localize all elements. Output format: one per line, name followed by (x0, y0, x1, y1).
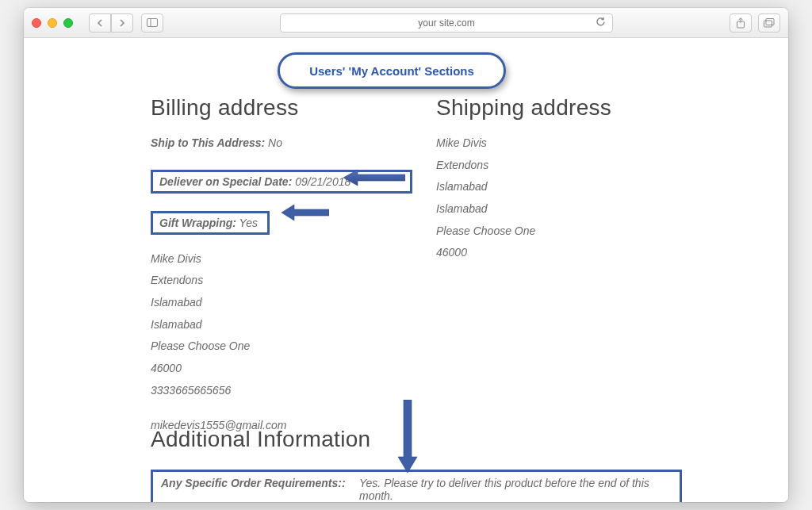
address-url: your site.com (418, 17, 474, 29)
page-content: Users' 'My Account' Sections Billing add… (24, 38, 788, 502)
ship-to-value: No (268, 136, 282, 149)
billing-line: 46000 (151, 360, 412, 378)
order-requirements-box: Any Specific Order Requirements:: Yes. P… (151, 470, 682, 502)
order-requirements-value: Yes. Please try to deliver this product … (359, 477, 672, 502)
billing-line: Islamabad (151, 294, 412, 312)
ship-to-label: Ship to This Address: (151, 136, 265, 149)
billing-heading: Billing address (151, 95, 412, 121)
billing-line: Please Choose One (151, 338, 412, 355)
billing-line: Mike Divis (151, 251, 412, 268)
additional-info-section: Additional Information Any Specific Orde… (151, 427, 756, 502)
browser-window: your site.com + Users' 'My Account' Sect… (24, 8, 788, 502)
browser-titlebar: your site.com (24, 8, 788, 38)
deliver-date-value: 09/21/2018 (295, 175, 350, 188)
ship-to-row: Ship to This Address: No (151, 135, 412, 152)
shipping-line: Please Choose One (436, 223, 756, 240)
nav-buttons (89, 13, 133, 33)
shipping-line: Extendons (436, 157, 756, 174)
gift-wrapping-value: Yes (239, 217, 258, 229)
shipping-line: 46000 (436, 244, 756, 262)
close-window-button[interactable] (32, 18, 41, 28)
forward-button[interactable] (111, 13, 133, 33)
reload-icon[interactable] (596, 17, 606, 29)
order-requirements-label: Any Specific Order Requirements:: (161, 477, 359, 502)
shipping-line: Mike Divis (436, 135, 756, 152)
maximize-window-button[interactable] (63, 18, 73, 28)
gift-wrapping-box: Gift Wrapping: Yes (151, 211, 270, 235)
svg-rect-3 (764, 21, 772, 27)
gift-wrapping-label: Gift Wrapping: (159, 217, 236, 229)
minimize-window-button[interactable] (48, 18, 57, 28)
annotation-arrow-2 (282, 203, 329, 222)
annotation-callout: Users' 'My Account' Sections (278, 52, 506, 89)
svg-rect-4 (766, 18, 774, 25)
shipping-column: Shipping address Mike Divis Extendons Is… (436, 95, 756, 439)
address-bar[interactable]: your site.com (280, 13, 613, 33)
window-controls (32, 18, 73, 28)
shipping-heading: Shipping address (436, 95, 756, 121)
deliver-date-label: Deliever on Special Date: (159, 175, 292, 188)
billing-column: Billing address Ship to This Address: No… (151, 95, 412, 439)
billing-line: Islamabad (151, 316, 412, 334)
shipping-line: Islamabad (436, 201, 756, 218)
share-button[interactable] (730, 13, 752, 33)
svg-rect-0 (147, 19, 158, 27)
back-button[interactable] (89, 13, 111, 33)
right-controls (730, 13, 780, 33)
billing-line: Extendons (151, 272, 412, 290)
shipping-line: Islamabad (436, 178, 756, 196)
sidebar-toggle-button[interactable] (141, 13, 163, 33)
billing-line: 3333665665656 (151, 382, 412, 400)
callout-label: Users' 'My Account' Sections (309, 64, 474, 78)
tabs-button[interactable] (758, 13, 780, 33)
deliver-date-box: Deliever on Special Date: 09/21/2018 (151, 170, 412, 194)
additional-heading: Additional Information (151, 427, 756, 452)
